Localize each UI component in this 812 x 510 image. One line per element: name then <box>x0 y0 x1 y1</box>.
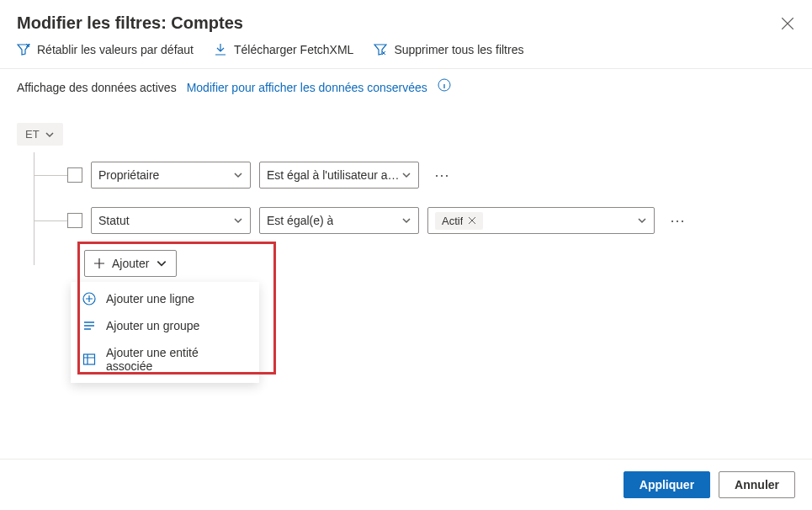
download-icon <box>214 43 227 56</box>
list-icon <box>82 319 96 332</box>
plus-icon <box>93 258 105 269</box>
value-tag-label: Actif <box>442 215 463 227</box>
row-more-button[interactable]: ⋯ <box>666 213 689 228</box>
clear-filters-button[interactable]: Supprimer tous les filtres <box>374 43 523 56</box>
row-checkbox[interactable] <box>67 167 82 183</box>
close-icon[interactable] <box>780 16 795 31</box>
apply-button[interactable]: Appliquer <box>624 471 710 498</box>
chevron-down-icon <box>401 215 411 226</box>
condition-row: Propriétaire Est égal à l'utilisateur ac… <box>27 152 795 198</box>
add-menu: Ajouter une ligne Ajouter un groupe Ajou… <box>71 282 259 383</box>
group-operator-label: ET <box>25 128 40 141</box>
condition-row: Statut Est égal(e) à Actif ⋯ <box>27 198 795 243</box>
value-select[interactable]: Actif <box>427 207 655 234</box>
download-fetchxml-button[interactable]: Télécharger FetchXML <box>214 43 353 56</box>
info-icon[interactable] <box>438 78 451 92</box>
download-fetchxml-label: Télécharger FetchXML <box>234 43 353 56</box>
clear-filters-label: Supprimer tous les filtres <box>394 43 523 56</box>
funnel-clear-icon <box>374 43 387 56</box>
group-operator-dropdown[interactable]: ET <box>17 123 63 146</box>
retention-status-label: Affichage des données actives <box>17 81 177 94</box>
add-related-label: Ajouter une entité associée <box>106 346 247 373</box>
chevron-down-icon <box>156 258 167 269</box>
field-select-value: Propriétaire <box>98 168 159 182</box>
add-group-label: Ajouter un groupe <box>106 319 199 332</box>
chevron-down-icon <box>45 130 55 140</box>
operator-select[interactable]: Est égal(e) à <box>259 207 419 234</box>
cancel-button[interactable]: Annuler <box>719 471 795 498</box>
add-group-menuitem[interactable]: Ajouter un groupe <box>71 312 259 339</box>
retention-toggle-link[interactable]: Modifier pour afficher les données conse… <box>187 81 427 94</box>
chevron-down-icon <box>233 215 243 226</box>
add-button[interactable]: Ajouter <box>84 250 177 277</box>
tag-remove-icon[interactable] <box>468 216 476 225</box>
table-icon <box>82 353 96 366</box>
row-more-button[interactable]: ⋯ <box>431 167 454 183</box>
reset-filters-label: Rétablir les valeurs par défaut <box>37 43 194 56</box>
chevron-down-icon <box>401 170 411 180</box>
operator-select-value: Est égal à l'utilisateur ac… <box>267 168 401 182</box>
chevron-down-icon <box>637 215 647 226</box>
funnel-reset-icon <box>17 43 30 56</box>
field-select-value: Statut <box>98 214 130 227</box>
add-button-label: Ajouter <box>112 257 149 270</box>
operator-select-value: Est égal(e) à <box>267 214 333 227</box>
field-select[interactable]: Propriétaire <box>91 162 251 189</box>
page-title: Modifier les filtres: Comptes <box>17 13 243 33</box>
value-tag: Actif <box>435 212 483 230</box>
svg-rect-2 <box>84 354 95 364</box>
field-select[interactable]: Statut <box>91 207 251 234</box>
row-checkbox[interactable] <box>67 213 82 228</box>
add-row-label: Ajouter une ligne <box>106 292 194 305</box>
add-row-menuitem[interactable]: Ajouter une ligne <box>71 285 259 312</box>
add-related-entity-menuitem[interactable]: Ajouter une entité associée <box>71 339 259 380</box>
circle-plus-icon <box>82 292 96 305</box>
reset-filters-button[interactable]: Rétablir les valeurs par défaut <box>17 43 194 56</box>
chevron-down-icon <box>233 170 243 180</box>
operator-select[interactable]: Est égal à l'utilisateur ac… <box>259 162 419 189</box>
